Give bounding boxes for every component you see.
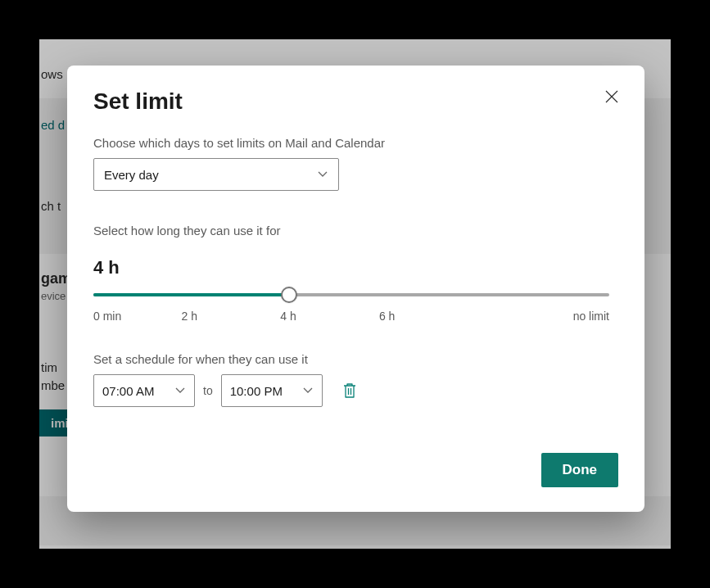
close-icon xyxy=(605,90,618,103)
trash-icon xyxy=(342,382,357,399)
chevron-down-icon xyxy=(174,385,186,396)
schedule-row: 07:00 AM to 10:00 PM xyxy=(93,374,618,407)
days-dropdown[interactable]: Every day xyxy=(93,158,339,191)
to-time-value: 10:00 PM xyxy=(230,384,283,398)
close-button[interactable] xyxy=(600,85,623,108)
tick-label: 2 h xyxy=(181,310,197,323)
duration-label: Select how long they can use it for xyxy=(93,224,618,237)
days-label: Choose which days to set limits on Mail … xyxy=(93,136,618,150)
modal-title: Set limit xyxy=(93,88,618,115)
from-time-value: 07:00 AM xyxy=(102,384,154,398)
delete-schedule-button[interactable] xyxy=(336,377,364,405)
done-button[interactable]: Done xyxy=(541,453,619,487)
schedule-label: Set a schedule for when they can use it xyxy=(93,352,618,366)
tick-label: no limit xyxy=(573,310,609,323)
days-value: Every day xyxy=(104,168,159,182)
slider-ticks: 0 min 2 h 4 h 6 h no limit xyxy=(93,310,609,323)
slider-fill xyxy=(93,293,289,296)
to-label: to xyxy=(203,384,213,397)
tick-label: 0 min xyxy=(93,310,121,323)
from-time-select[interactable]: 07:00 AM xyxy=(93,374,195,407)
tick-label: 6 h xyxy=(379,310,395,323)
duration-value: 4 h xyxy=(93,257,618,278)
set-limit-modal: Set limit Choose which days to set limit… xyxy=(67,66,644,512)
duration-slider[interactable] xyxy=(93,287,609,303)
slider-thumb[interactable] xyxy=(281,287,297,303)
to-time-select[interactable]: 10:00 PM xyxy=(221,374,323,407)
tick-label: 4 h xyxy=(280,310,296,323)
chevron-down-icon xyxy=(302,385,314,396)
chevron-down-icon xyxy=(317,169,328,180)
